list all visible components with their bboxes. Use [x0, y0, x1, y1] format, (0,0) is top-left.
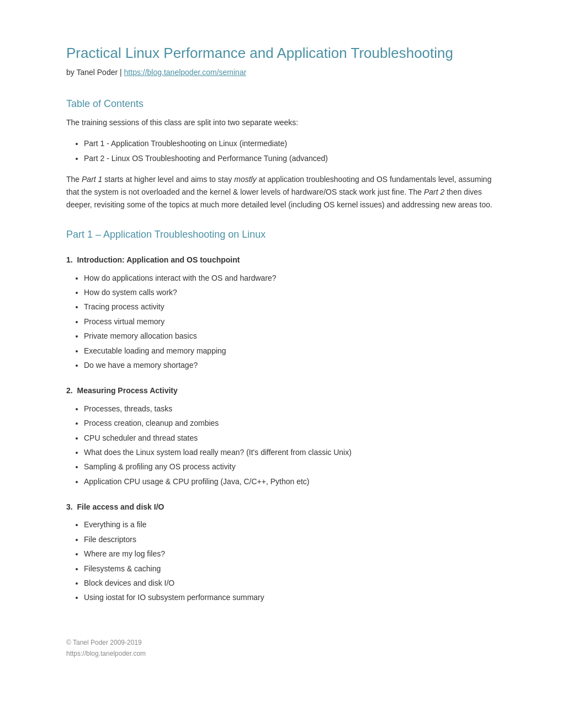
list-item: Tracing process activity [84, 301, 497, 313]
list-item: File descriptors [84, 533, 497, 545]
list-item: How do system calls work? [84, 286, 497, 298]
section-2-title: 2. Measuring Process Activity [66, 384, 497, 397]
subtitle: by Tanel Poder | https://blog.tanelpoder… [66, 66, 497, 78]
list-item: Using iostat for IO subsystem performanc… [84, 591, 497, 603]
list-item: What does the Linux system load really m… [84, 446, 497, 458]
list-item: Processes, threads, tasks [84, 403, 497, 415]
section-1-title: 1. Introduction: Application and OS touc… [66, 254, 497, 266]
part1-heading: Part 1 – Application Troubleshooting on … [66, 227, 497, 243]
footer-url: https://blog.tanelpoder.com [66, 648, 497, 659]
toc-intro: The training sessions of this class are … [66, 116, 497, 129]
list-item: Filesystems & caching [84, 563, 497, 575]
toc-heading: Table of Contents [66, 96, 497, 112]
page-title: Practical Linux Performance and Applicat… [66, 44, 497, 63]
list-item: Private memory allocation basics [84, 330, 497, 342]
section-2: 2. Measuring Process Activity Processes,… [66, 384, 497, 488]
section-3-title: 3. File access and disk I/O [66, 501, 497, 513]
list-item: Process creation, cleanup and zombies [84, 417, 497, 429]
list-item: Where are my log files? [84, 548, 497, 560]
section-3: 3. File access and disk I/O Everything i… [66, 501, 497, 604]
footer-copyright: © Tanel Poder 2009-2019 [66, 637, 497, 648]
section-2-list: Processes, threads, tasks Process creati… [84, 403, 497, 488]
list-item: Block devices and disk I/O [84, 577, 497, 589]
section-1: 1. Introduction: Application and OS touc… [66, 254, 497, 371]
list-item: Part 2 - Linux OS Troubleshooting and Pe… [84, 152, 497, 164]
toc-parts-list: Part 1 - Application Troubleshooting on … [84, 137, 497, 164]
section-1-list: How do applications interact with the OS… [84, 272, 497, 372]
list-item: How do applications interact with the OS… [84, 272, 497, 284]
list-item: Everything is a file [84, 518, 497, 531]
toc-body-para: The Part 1 starts at higher level and ai… [66, 173, 497, 211]
list-item: Do we have a memory shortage? [84, 359, 497, 371]
list-item: Sampling & profiling any OS process acti… [84, 461, 497, 473]
list-item: Process virtual memory [84, 315, 497, 328]
section-3-list: Everything is a file File descriptors Wh… [84, 518, 497, 603]
footer: © Tanel Poder 2009-2019 https://blog.tan… [66, 637, 497, 660]
list-item: Part 1 - Application Troubleshooting on … [84, 137, 497, 149]
list-item: Application CPU usage & CPU profiling (J… [84, 475, 497, 488]
list-item: Executable loading and memory mapping [84, 345, 497, 357]
subtitle-link[interactable]: https://blog.tanelpoder.com/seminar [124, 68, 247, 77]
subtitle-text: by Tanel Poder | [66, 68, 124, 77]
list-item: CPU scheduler and thread states [84, 432, 497, 444]
